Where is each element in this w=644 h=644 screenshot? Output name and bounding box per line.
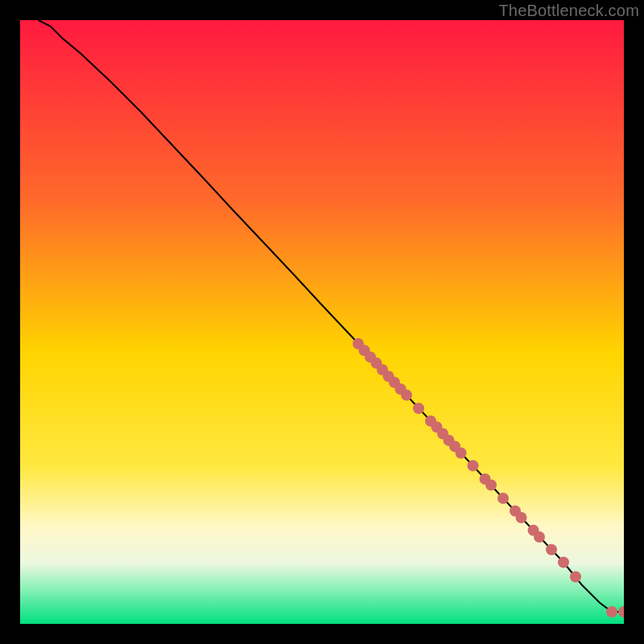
data-marker xyxy=(413,402,424,414)
data-marker xyxy=(558,557,569,568)
data-marker xyxy=(546,544,557,555)
data-marker xyxy=(606,606,617,617)
bottleneck-curve xyxy=(39,20,625,612)
curve-layer xyxy=(20,20,624,624)
data-marker xyxy=(468,460,479,472)
marker-group xyxy=(353,338,624,617)
data-marker xyxy=(497,493,509,504)
site-watermark: TheBottleneck.com xyxy=(498,2,639,20)
plot-area xyxy=(20,20,624,624)
data-marker xyxy=(534,531,545,543)
data-marker xyxy=(618,606,624,617)
data-marker xyxy=(456,448,467,459)
data-marker xyxy=(401,390,412,401)
data-marker xyxy=(570,572,581,583)
data-marker xyxy=(516,512,527,523)
data-marker xyxy=(485,480,497,491)
chart-stage: TheBottleneck.com xyxy=(0,0,644,644)
